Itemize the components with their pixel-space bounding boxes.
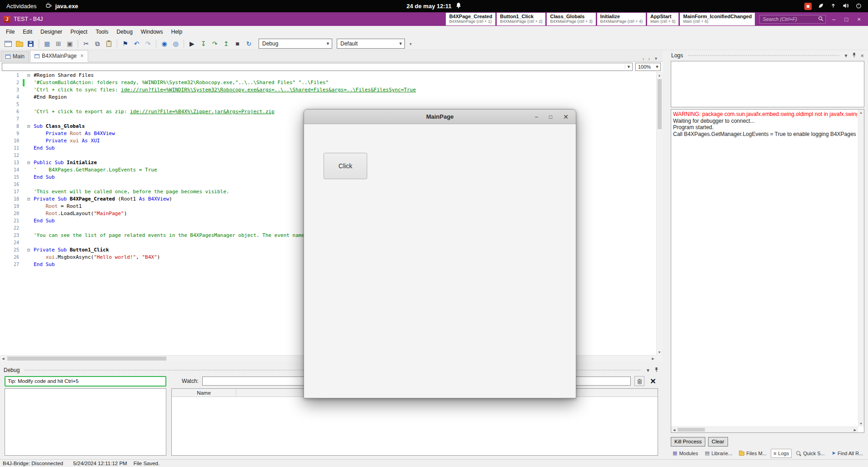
run-icon[interactable]: ▶ (187, 39, 197, 49)
tab-b4xmainpage[interactable]: B4XMainPage× (30, 50, 88, 62)
app-window-title-bar[interactable]: MainPage – □ ✕ (304, 110, 576, 124)
paste-icon[interactable] (104, 39, 114, 49)
scrollbar-thumb[interactable] (678, 428, 705, 432)
panel-tab-libraries[interactable]: ▤Librarie... (702, 448, 735, 458)
debug-tip-input[interactable] (5, 376, 166, 387)
panel-tab-files[interactable]: Files M... (736, 449, 769, 458)
close-icon[interactable]: × (857, 16, 861, 23)
menu-project[interactable]: Project (66, 27, 91, 37)
tab-list-icon[interactable]: ▼ (654, 56, 658, 61)
maximize-icon[interactable]: □ (845, 16, 848, 23)
scroll-left-icon[interactable]: ◀ (671, 427, 677, 433)
scrollbar-thumb[interactable] (7, 357, 166, 361)
code-line-4[interactable]: 4#End Region (0, 94, 656, 101)
bookmark-tab-2[interactable]: Button1_ClickB4XMainPage (ctrl + 2) (497, 13, 545, 25)
tab-main[interactable]: Main (1, 51, 29, 61)
tab-scroll-right-icon[interactable]: › (648, 56, 650, 61)
watch-table[interactable]: Name (171, 388, 658, 456)
close-debug-icon[interactable]: ✕ (648, 376, 658, 386)
close-icon[interactable]: ✕ (563, 113, 569, 121)
code-text[interactable]: #Region Shared Files (32, 72, 656, 79)
fold-collapse-icon[interactable]: ⊟ (25, 123, 32, 130)
active-app-menu[interactable]: java.exe (45, 2, 78, 10)
code-line-3[interactable]: 3'Ctrl + click to sync files: ide://run?… (0, 86, 656, 94)
redo-icon[interactable]: ↷ (143, 39, 153, 49)
volume-icon[interactable] (843, 3, 849, 10)
scroll-down-icon[interactable]: ▼ (858, 421, 864, 427)
save-icon[interactable] (25, 39, 36, 49)
minimize-icon[interactable]: – (832, 16, 835, 23)
minimize-icon[interactable]: – (535, 114, 538, 120)
editor-vertical-scrollbar[interactable]: ▲ ▼ (656, 72, 663, 355)
recording-tray-icon[interactable] (804, 3, 812, 10)
scrollbar-thumb[interactable] (658, 79, 662, 129)
logs-output-box[interactable]: WARNING: package com.sun.javafx.embed.sw… (671, 109, 864, 433)
bookmark-flag-icon[interactable]: ⚑ (120, 39, 130, 49)
applet-leaf-icon[interactable] (818, 3, 824, 10)
pin-icon[interactable] (654, 367, 659, 373)
jump-to-sub-combo[interactable]: ▼ (2, 63, 633, 71)
pin-icon[interactable] (852, 52, 857, 59)
cut-icon[interactable]: ✂ (81, 39, 91, 49)
panel-tab-find-all[interactable]: ➤Find All R... (829, 448, 866, 458)
clear-logs-button[interactable]: Clear (708, 437, 728, 447)
build-config-combo[interactable]: Default▼ (337, 39, 405, 49)
menu-edit[interactable]: Edit (19, 27, 36, 37)
undo-icon[interactable]: ↶ (131, 39, 142, 49)
fold-collapse-icon[interactable]: ⊟ (25, 72, 32, 79)
scroll-up-icon[interactable]: ▲ (656, 72, 663, 78)
panel-tab-logs[interactable]: ≡Logs (771, 449, 792, 458)
editor-zoom-combo[interactable]: 100%▼ (635, 63, 661, 71)
open-project-icon[interactable] (14, 39, 25, 49)
scroll-left-icon[interactable]: ◀ (0, 356, 6, 362)
maximize-icon[interactable]: □ (549, 114, 552, 120)
power-icon[interactable] (856, 3, 862, 10)
activities-button[interactable]: Actividades (6, 3, 36, 10)
vertical-splitter[interactable] (663, 50, 667, 459)
designer-grid-icon[interactable]: ▦ (42, 39, 52, 49)
delete-watch-button[interactable] (634, 376, 644, 386)
code-text[interactable]: #End Region (32, 94, 656, 101)
scroll-down-icon[interactable]: ▼ (656, 349, 663, 355)
stop-icon[interactable]: ■ (232, 39, 243, 49)
restart-icon[interactable]: ↻ (244, 39, 254, 49)
step-out-icon[interactable]: ↥ (221, 39, 231, 49)
kill-process-button[interactable]: Kill Process (671, 437, 705, 447)
tab-scroll-left-icon[interactable]: ‹ (643, 56, 644, 61)
menu-tools[interactable]: Tools (91, 27, 112, 37)
fold-collapse-icon[interactable]: ⊟ (25, 196, 32, 203)
designer-window-icon[interactable]: ⊞ (53, 39, 64, 49)
code-line-5[interactable]: 5 (0, 101, 656, 108)
ide-search-box[interactable] (759, 15, 826, 24)
fold-collapse-icon[interactable]: ⊟ (25, 246, 32, 254)
scroll-up-icon[interactable]: ▲ (858, 110, 864, 115)
scroll-right-icon[interactable]: ▶ (650, 356, 656, 362)
code-text[interactable]: 'Ctrl + click to sync files: ide://run?f… (32, 86, 656, 94)
code-line-2[interactable]: 2'#CustomBuildAction: folders ready, %WI… (0, 79, 656, 86)
panel-tab-modules[interactable]: ▦Modules (670, 448, 701, 458)
panel-drag-grip[interactable] (688, 54, 839, 57)
menu-help[interactable]: Help (167, 27, 187, 37)
bookmark-tab-5[interactable]: AppStartMain (ctrl + 5) (647, 13, 678, 25)
compile-icon[interactable]: ◉ (159, 39, 170, 49)
step-over-icon[interactable]: ↷ (210, 39, 220, 49)
bookmark-tab-6[interactable]: MainForm_IconifiedChangedMain (ctrl + 6) (680, 13, 755, 25)
fold-collapse-icon[interactable]: ⊟ (25, 159, 32, 166)
network-upload-icon[interactable] (830, 3, 836, 10)
recompile-icon[interactable]: ◎ (170, 39, 181, 49)
close-tab-icon[interactable]: × (80, 53, 84, 59)
ide-title-bar[interactable]: J TEST - B4J B4XPage_CreatedB4XMainPage … (0, 12, 868, 26)
chevron-down-icon[interactable]: ▼ (646, 368, 650, 373)
menu-debug[interactable]: Debug (112, 27, 136, 37)
click-button[interactable]: Click (324, 153, 367, 179)
menu-designer[interactable]: Designer (36, 27, 66, 37)
step-into-icon[interactable]: ↧ (198, 39, 209, 49)
bookmark-tab-3[interactable]: Class_GlobalsB4XMainPage (ctrl + 3) (547, 13, 595, 25)
debug-variables-pane[interactable] (5, 388, 166, 456)
build-mode-combo[interactable]: Debug▼ (259, 39, 332, 49)
menu-file[interactable]: File (2, 27, 19, 37)
clock-button[interactable]: 24 de may 12:11 (406, 2, 461, 10)
code-text[interactable] (32, 101, 656, 108)
code-text[interactable]: '#CustomBuildAction: folders ready, %WIN… (32, 79, 656, 86)
new-project-icon[interactable] (3, 39, 13, 49)
